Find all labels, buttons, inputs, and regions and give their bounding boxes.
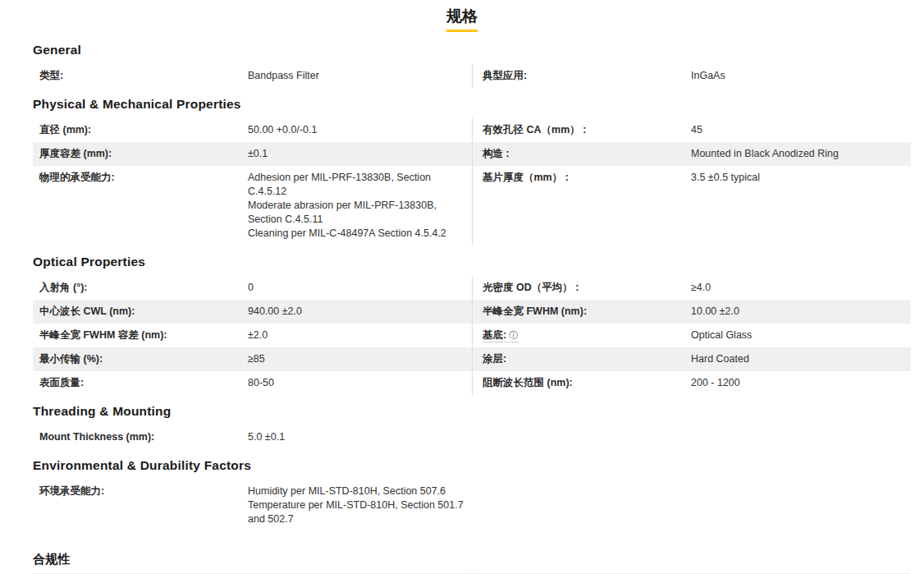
spec-value: ±0.1 (248, 147, 465, 161)
spec-cell: 有效孔径 CA（mm） : 45 (472, 118, 911, 142)
spec-value: 200 - 1200 (691, 376, 904, 390)
substrate-tooltip-label[interactable]: 基底:ⓘ (483, 328, 691, 342)
spec-cell: 类型: Bandpass Filter (33, 64, 472, 88)
table-row: 最小传输 (%): ≥85 涂层: Hard Coated (33, 347, 911, 371)
spec-cell: 中心波长 CWL (nm): 940.00 ±2.0 (33, 300, 472, 324)
spec-value: 940.00 ±2.0 (248, 305, 465, 319)
table-row: 直径 (mm): 50.00 +0.0/-0.1 有效孔径 CA（mm） : 4… (33, 118, 911, 142)
spec-value: Bandpass Filter (248, 69, 465, 83)
table-row: 物理的承受能力: Adhesion per MIL-PRF-13830B, Se… (33, 166, 911, 246)
spec-value: ≥85 (248, 352, 465, 366)
table-row: 半峰全宽 FWHM 容差 (nm): ±2.0 基底:ⓘ Optical Gla… (33, 324, 911, 347)
spec-label: 类型: (39, 69, 248, 83)
table-row: 中心波长 CWL (nm): 940.00 ±2.0 半峰全宽 FWHM (nm… (33, 300, 911, 324)
spec-label: 构造 : (483, 147, 691, 161)
spec-cell: 入射角 (°): 0 (33, 276, 472, 300)
spec-table-general: 类型: Bandpass Filter 典型应用: InGaAs (33, 64, 911, 88)
spec-label: 有效孔径 CA（mm） : (483, 123, 691, 137)
spec-cell: 典型应用: InGaAs (472, 64, 911, 88)
spec-value: 45 (691, 123, 904, 137)
spec-label: 光密度 OD（平均） : (483, 281, 691, 295)
spec-value: 0 (248, 281, 465, 295)
info-icon: ⓘ (509, 328, 518, 342)
spec-value: 3.5 ±0.5 typical (691, 171, 904, 185)
table-row: 厚度容差 (mm): ±0.1 构造 : Mounted in Black An… (33, 142, 911, 166)
spec-value: Mounted in Black Anodized Ring (691, 147, 904, 161)
spec-cell: 最小传输 (%): ≥85 (33, 347, 472, 371)
spec-value: 10.00 ±2.0 (691, 305, 904, 319)
spec-label: 最小传输 (%): (39, 352, 248, 366)
spec-cell: Mount Thickness (mm): 5.0 ±0.1 (33, 425, 472, 449)
spec-label: 直径 (mm): (39, 123, 248, 137)
spec-cell: 表面质量: 80-50 (33, 371, 472, 395)
spec-value: Humidity per MIL-STD-810H, Section 507.6… (248, 484, 465, 526)
spec-label: 环境承受能力: (39, 484, 248, 498)
table-row: 表面质量: 80-50 阻断波长范围 (nm): 200 - 1200 (33, 371, 911, 395)
spec-cell: 半峰全宽 FWHM 容差 (nm): ±2.0 (33, 324, 472, 347)
spec-cell: 直径 (mm): 50.00 +0.0/-0.1 (33, 118, 472, 142)
table-row: 类型: Bandpass Filter 典型应用: InGaAs (33, 64, 911, 88)
spec-cell: 涂层: Hard Coated (472, 347, 911, 371)
spec-label: 物理的承受能力: (39, 171, 248, 185)
spec-value: InGaAs (691, 69, 904, 83)
section-heading-environmental: Environmental & Durability Factors (33, 457, 911, 474)
spec-cell: 半峰全宽 FWHM (nm): 10.00 ±2.0 (472, 300, 911, 324)
spec-label: 半峰全宽 FWHM 容差 (nm): (39, 328, 248, 342)
spec-label: 厚度容差 (mm): (39, 147, 248, 161)
spec-table-threading: Mount Thickness (mm): 5.0 ±0.1 (33, 425, 911, 449)
spec-cell-empty (472, 480, 911, 531)
spec-label: 涂层: (483, 352, 691, 366)
spec-table-physical: 直径 (mm): 50.00 +0.0/-0.1 有效孔径 CA（mm） : 4… (33, 118, 911, 246)
spec-cell: 光密度 OD（平均） : ≥4.0 (472, 276, 911, 300)
spec-cell: 环境承受能力: Humidity per MIL-STD-810H, Secti… (33, 480, 472, 531)
spec-label: 表面质量: (39, 376, 248, 390)
section-heading-threading: Threading & Mounting (33, 403, 911, 420)
spec-cell: 厚度容差 (mm): ±0.1 (33, 142, 472, 166)
table-row: Mount Thickness (mm): 5.0 ±0.1 (33, 425, 911, 449)
page-header: 规格 (0, 0, 924, 32)
spec-label: 中心波长 CWL (nm): (39, 305, 248, 319)
spec-cell: 构造 : Mounted in Black Anodized Ring (472, 142, 911, 166)
spec-value: ±2.0 (248, 328, 465, 342)
spec-value: 50.00 +0.0/-0.1 (248, 123, 465, 137)
table-row: 入射角 (°): 0 光密度 OD（平均） : ≥4.0 (33, 276, 911, 300)
spec-value: ≥4.0 (691, 281, 904, 295)
spec-table-environmental: 环境承受能力: Humidity per MIL-STD-810H, Secti… (33, 480, 911, 531)
spec-value: 5.0 ±0.1 (248, 430, 465, 444)
spec-label: 基片厚度（mm） : (483, 171, 691, 185)
section-heading-optical: Optical Properties (33, 254, 911, 270)
spec-value: Hard Coated (691, 352, 904, 366)
spec-value: Adhesion per MIL-PRF-13830B, Section C.4… (248, 171, 465, 241)
spec-label: 入射角 (°): (39, 281, 248, 295)
specs-content: General 类型: Bandpass Filter 典型应用: InGaAs… (0, 32, 924, 574)
spec-label: Mount Thickness (mm): (39, 430, 248, 444)
spec-table-optical: 入射角 (°): 0 光密度 OD（平均） : ≥4.0 中心波长 CWL (n… (33, 276, 911, 395)
spec-cell: 物理的承受能力: Adhesion per MIL-PRF-13830B, Se… (33, 166, 472, 246)
spec-value: Optical Glass (691, 328, 904, 342)
spec-cell-empty (472, 425, 911, 449)
spec-cell: 基片厚度（mm） : 3.5 ±0.5 typical (472, 166, 911, 246)
spec-cell: 基底:ⓘ Optical Glass (472, 324, 911, 347)
section-heading-physical: Physical & Mechanical Properties (33, 96, 911, 113)
table-row: 环境承受能力: Humidity per MIL-STD-810H, Secti… (33, 480, 911, 531)
section-heading-compliance: 合规性 (33, 551, 911, 567)
section-heading-general: General (33, 42, 911, 58)
spec-label: 半峰全宽 FWHM (nm): (483, 305, 691, 319)
spec-cell: 阻断波长范围 (nm): 200 - 1200 (472, 371, 911, 395)
spec-label: 典型应用: (483, 69, 691, 83)
spec-value: 80-50 (248, 376, 465, 390)
spec-label: 阻断波长范围 (nm): (483, 376, 691, 390)
page-title: 规格 (446, 7, 478, 32)
